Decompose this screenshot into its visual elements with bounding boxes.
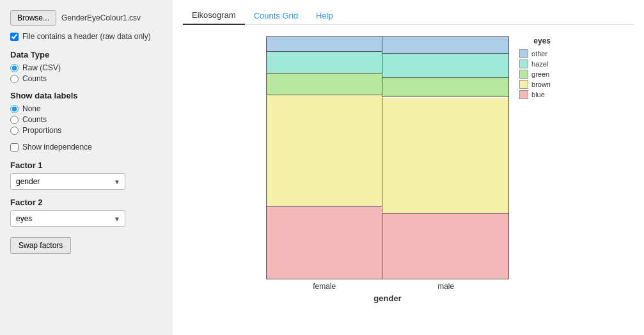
factor2-label: Factor 2 bbox=[10, 198, 162, 207]
female-brown-seg bbox=[267, 95, 382, 206]
factor2-section: Factor 2 eyes gender ▼ bbox=[10, 198, 162, 227]
legend-swatch-brown bbox=[519, 80, 528, 89]
legend-swatch-green bbox=[519, 70, 528, 79]
legend-item-other: other bbox=[519, 49, 551, 58]
radio-counts2-input[interactable] bbox=[10, 116, 19, 124]
legend-label-hazel: hazel bbox=[531, 60, 548, 68]
file-name: GenderEyeColour1.csv bbox=[61, 13, 141, 22]
chart-container: female male gender eyes other hazel bbox=[266, 36, 551, 303]
x-axis-title: gender bbox=[373, 293, 401, 303]
factor1-section: Factor 1 gender eyes ▼ bbox=[10, 160, 162, 190]
show-independence-row: Show independence bbox=[10, 143, 162, 152]
tab-bar: Eikosogram Counts Grid Help bbox=[183, 6, 634, 25]
male-other-seg bbox=[382, 37, 508, 54]
radio-none-label: None bbox=[22, 104, 41, 113]
factor2-select[interactable]: eyes gender bbox=[10, 210, 125, 227]
legend-swatch-hazel bbox=[519, 59, 528, 68]
header-check-label: File contains a header (raw data only) bbox=[22, 32, 151, 41]
male-hazel-seg bbox=[382, 54, 508, 78]
male-brown-seg bbox=[382, 98, 508, 214]
radio-counts2-label: Counts bbox=[22, 115, 47, 124]
tab-help[interactable]: Help bbox=[307, 6, 342, 24]
browse-row: Browse... GenderEyeColour1.csv bbox=[10, 10, 162, 26]
legend-swatch-other bbox=[519, 49, 528, 58]
factor1-select[interactable]: gender eyes bbox=[10, 173, 125, 190]
eikosogram-wrapper: female male gender bbox=[266, 36, 509, 303]
legend: eyes other hazel green bbox=[519, 36, 551, 99]
factor1-label: Factor 1 bbox=[10, 160, 162, 170]
male-green-seg bbox=[382, 78, 508, 97]
radio-counts: Counts bbox=[10, 115, 162, 124]
radio-raw: Raw (CSV) bbox=[10, 63, 162, 72]
radio-raw-input[interactable] bbox=[10, 64, 19, 72]
chart-area: female male gender eyes other hazel bbox=[183, 31, 634, 329]
right-panel: Eikosogram Counts Grid Help bbox=[173, 0, 644, 335]
male-blue-seg bbox=[382, 214, 508, 279]
show-independence-label: Show independence bbox=[22, 143, 92, 152]
radio-none: None bbox=[10, 104, 162, 113]
legend-item-hazel: hazel bbox=[519, 59, 551, 68]
legend-item-green: green bbox=[519, 70, 551, 79]
female-green-seg bbox=[267, 74, 382, 95]
radio-proportions: Proportions bbox=[10, 126, 162, 135]
factor1-select-wrapper: gender eyes ▼ bbox=[10, 173, 125, 190]
data-type-label: Data Type bbox=[10, 50, 162, 59]
legend-label-other: other bbox=[531, 50, 547, 58]
show-data-group: None Counts Proportions bbox=[10, 104, 162, 135]
female-blue-seg bbox=[267, 206, 382, 279]
data-type-group: Raw (CSV) Counts bbox=[10, 63, 162, 83]
radio-proportions-input[interactable] bbox=[10, 127, 19, 135]
radio-counts-input[interactable] bbox=[10, 75, 19, 83]
radio-raw-label: Raw (CSV) bbox=[22, 63, 61, 72]
radio-proportions-label: Proportions bbox=[22, 126, 61, 135]
swap-factors-button[interactable]: Swap factors bbox=[10, 237, 71, 254]
radio-counts: Counts bbox=[10, 74, 162, 83]
x-label-female: female bbox=[266, 282, 382, 291]
female-hazel-seg bbox=[267, 52, 382, 74]
legend-title: eyes bbox=[519, 36, 551, 45]
radio-counts-label: Counts bbox=[22, 74, 47, 83]
independence-checkbox[interactable] bbox=[10, 143, 19, 152]
legend-label-blue: blue bbox=[531, 91, 545, 98]
column-female bbox=[267, 37, 382, 279]
left-panel: Browse... GenderEyeColour1.csv File cont… bbox=[0, 0, 173, 335]
x-label-male: male bbox=[382, 282, 509, 291]
legend-label-green: green bbox=[531, 70, 549, 78]
factor2-select-wrapper: eyes gender ▼ bbox=[10, 210, 125, 227]
x-labels: female male bbox=[266, 282, 509, 291]
legend-label-brown: brown bbox=[531, 81, 551, 88]
eikosogram-plot bbox=[266, 36, 509, 279]
browse-button[interactable]: Browse... bbox=[10, 10, 56, 26]
header-checkbox[interactable] bbox=[10, 33, 19, 41]
column-male bbox=[382, 37, 508, 279]
tab-counts-grid[interactable]: Counts Grid bbox=[245, 6, 307, 24]
legend-swatch-blue bbox=[519, 90, 528, 99]
legend-item-blue: blue bbox=[519, 90, 551, 99]
tab-eikosogram[interactable]: Eikosogram bbox=[183, 6, 245, 25]
show-data-labels-label: Show data labels bbox=[10, 91, 162, 100]
female-other-seg bbox=[267, 37, 382, 52]
radio-none-input[interactable] bbox=[10, 105, 19, 113]
header-check-row: File contains a header (raw data only) bbox=[10, 32, 162, 41]
legend-item-brown: brown bbox=[519, 80, 551, 89]
chart-with-legend: female male gender eyes other hazel bbox=[266, 36, 551, 303]
